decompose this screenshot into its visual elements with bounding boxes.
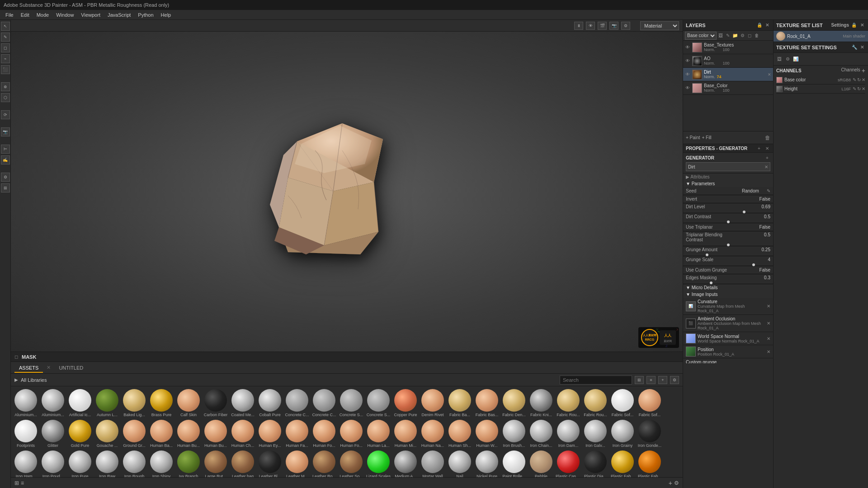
search-input[interactable] xyxy=(560,375,632,385)
material-item[interactable]: Concrete C... xyxy=(311,388,337,418)
material-item[interactable]: Iron Gonde... xyxy=(637,419,663,449)
add-fill-layer[interactable]: + Fill xyxy=(702,135,711,140)
material-item[interactable]: Fabric Sof... xyxy=(637,388,663,418)
tss-expand[interactable]: 🔧 xyxy=(851,44,858,51)
layers-close-icon[interactable]: ✕ xyxy=(764,22,770,28)
material-item[interactable]: Human Bu... xyxy=(175,419,202,449)
img-wsn-close[interactable]: ✕ xyxy=(767,336,770,341)
vp-btn-settings[interactable]: ⚙ xyxy=(621,22,630,30)
material-item[interactable]: Lizard Scales xyxy=(365,450,392,477)
micro-details-section[interactable]: ▼ Micro Details xyxy=(683,284,773,291)
menu-python[interactable]: Python xyxy=(134,10,157,20)
channel-remove-base[interactable]: ✕ xyxy=(862,77,865,82)
tool-smudge[interactable]: ⌁ xyxy=(1,54,10,63)
material-item[interactable]: Brass Pure xyxy=(148,388,175,418)
menu-viewport[interactable]: Viewport xyxy=(77,10,104,20)
eye-icon[interactable]: 👁 xyxy=(685,58,690,64)
material-item[interactable]: Iron Chain... xyxy=(528,419,554,449)
material-item[interactable]: Concrete S... xyxy=(365,388,392,418)
channels-add[interactable]: + xyxy=(862,67,865,74)
material-item[interactable]: Carbon Fiber xyxy=(203,388,229,418)
layers-add-icon[interactable]: 🖼 xyxy=(717,33,724,39)
material-item[interactable]: Human Fo... xyxy=(311,419,337,449)
material-item[interactable]: Human Ch... xyxy=(230,419,256,449)
layers-mask-icon[interactable]: ◻ xyxy=(746,33,753,39)
add-material-btn[interactable]: + xyxy=(669,479,672,487)
material-item[interactable]: Baked Lig... xyxy=(121,388,147,418)
material-item[interactable]: Human W... xyxy=(474,419,500,449)
layers-paint-icon[interactable]: ✎ xyxy=(725,33,731,39)
material-item[interactable]: Glitter xyxy=(40,419,66,449)
tsl-lock[interactable]: 🔒 xyxy=(851,22,857,28)
channel-edit-base[interactable]: ✎ xyxy=(853,77,856,82)
material-item[interactable]: Fabric Kni... xyxy=(528,388,554,418)
material-item[interactable]: Leather Bl... xyxy=(257,450,283,477)
layer-ao[interactable]: 👁 AO Norm. 100 xyxy=(683,54,773,68)
settings-btn[interactable]: ⚙ xyxy=(674,480,679,486)
material-item[interactable]: Human Fo... xyxy=(338,419,364,449)
tss-close[interactable]: ✕ xyxy=(859,44,865,51)
generator-close[interactable]: ✕ xyxy=(764,164,768,169)
texture-set-item[interactable]: Rock_01_A Main shader xyxy=(774,31,868,42)
material-item[interactable]: Leather So... xyxy=(338,450,364,477)
material-item[interactable]: Fabric Rou... xyxy=(582,388,609,418)
layers-lock-icon[interactable]: 🔒 xyxy=(756,22,763,28)
tsl-close[interactable]: ✕ xyxy=(859,22,865,28)
layer-delete[interactable]: 🗑 xyxy=(765,135,770,141)
material-item[interactable]: Plastic Fab... xyxy=(609,450,636,477)
tool-measure[interactable]: ⊢ xyxy=(1,145,10,154)
material-item[interactable]: Human Bu... xyxy=(203,419,229,449)
material-item[interactable]: Gold Pure xyxy=(67,419,93,449)
material-item[interactable]: Ground Gr... xyxy=(121,419,147,449)
vp-btn-view[interactable]: 👁 xyxy=(586,22,595,30)
material-item[interactable]: Concrete C... xyxy=(284,388,310,418)
material-item[interactable]: Leather bag xyxy=(230,450,256,477)
channel-edit-height[interactable]: ✎ xyxy=(853,86,856,91)
material-item[interactable]: Nail xyxy=(447,450,473,477)
material-item[interactable]: Iron Poud... xyxy=(40,450,66,477)
tool-camera[interactable]: 📷 xyxy=(1,127,10,136)
material-item[interactable]: Human Fa... xyxy=(284,419,310,449)
material-item[interactable]: Iron Galv... xyxy=(582,419,609,449)
material-item[interactable]: Iron Raw xyxy=(94,450,120,477)
material-item[interactable]: Concrete S... xyxy=(338,388,364,418)
tss-icon-1[interactable]: 🖼 xyxy=(776,56,783,62)
layer-base-textures[interactable]: 👁 Base_Textures Norm. 100 xyxy=(683,41,773,54)
material-item[interactable]: Iron Shiny xyxy=(148,450,175,477)
tool-paint[interactable]: ✎ xyxy=(1,33,10,42)
material-item[interactable]: Ivy Branch xyxy=(175,450,202,477)
material-item[interactable]: Calf Skin xyxy=(175,388,202,418)
assets-filter-btn[interactable]: ≡ xyxy=(646,376,656,384)
image-inputs-section[interactable]: ▼ Image Inputs xyxy=(683,291,773,298)
viewport-3d[interactable]: X Y Z 人人素材网RRCG人人素材网 xyxy=(11,32,683,352)
assets-add-btn[interactable]: + xyxy=(658,376,667,384)
material-item[interactable]: Fabric Den... xyxy=(501,388,527,418)
tool-annotate[interactable]: ✍ xyxy=(1,155,10,164)
layer-base-color[interactable]: 👁 Base_Color Norm. 100 xyxy=(683,81,773,95)
material-item[interactable]: Leather M... xyxy=(284,450,310,477)
attributes-section[interactable]: ▶ Attributes xyxy=(683,174,773,180)
tss-icon-2[interactable]: ⚙ xyxy=(784,56,791,62)
menu-window[interactable]: Window xyxy=(52,10,77,20)
material-item[interactable]: Nickel Pure xyxy=(474,450,500,477)
properties-close[interactable]: ✕ xyxy=(764,145,770,151)
material-item[interactable]: Human Ba... xyxy=(148,419,175,449)
param-seed-edit[interactable]: ✎ xyxy=(767,188,770,193)
material-item[interactable]: Human Sh... xyxy=(447,419,473,449)
menu-mode[interactable]: Mode xyxy=(33,10,53,20)
material-item[interactable]: Aluminium... xyxy=(13,388,39,418)
material-item[interactable]: Gouache ... xyxy=(94,419,120,449)
channel-remove-height[interactable]: ✕ xyxy=(862,86,865,91)
material-item[interactable]: Human Mi... xyxy=(392,419,419,449)
eye-icon[interactable]: 👁 xyxy=(685,72,690,77)
material-item[interactable]: Iron Brush... xyxy=(501,419,527,449)
material-item[interactable]: Human Ey... xyxy=(257,419,283,449)
parameters-section[interactable]: ▼ Parameters xyxy=(683,180,773,187)
library-expand[interactable]: ▶ xyxy=(14,377,18,382)
layers-delete-icon[interactable]: 🗑 xyxy=(754,33,760,39)
material-item[interactable]: Autumn L... xyxy=(94,388,120,418)
material-item[interactable]: Coated Me... xyxy=(230,388,256,418)
assets-view-btn[interactable]: ⊞ xyxy=(635,376,644,384)
material-item[interactable]: Plastic Fab... xyxy=(637,450,663,477)
material-item[interactable]: Iron Rough xyxy=(121,450,147,477)
